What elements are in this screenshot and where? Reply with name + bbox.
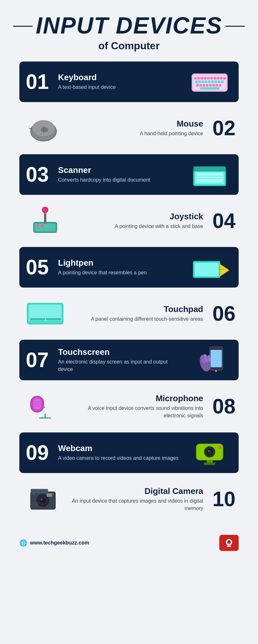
svg-point-46 bbox=[42, 207, 48, 213]
item-number: 01 bbox=[26, 71, 55, 92]
svg-rect-81 bbox=[31, 489, 48, 494]
svg-point-88 bbox=[53, 493, 54, 495]
item-text-block: Scanner Converts hardcopy into digital d… bbox=[55, 165, 187, 184]
item-row-digitalcamera: Digital Camera An input device that capt… bbox=[19, 479, 239, 519]
svg-rect-17 bbox=[211, 80, 214, 83]
svg-rect-21 bbox=[196, 84, 199, 87]
item-name: Touchpad bbox=[71, 304, 203, 314]
svg-rect-8 bbox=[213, 77, 216, 80]
footer-website: 🌐 www.techgeekbuzz.com bbox=[19, 539, 89, 547]
item-text-block: Digital Camera An input device that capt… bbox=[68, 486, 206, 512]
svg-rect-10 bbox=[220, 77, 223, 80]
item-text-block: Microphone A voice input device converts… bbox=[68, 393, 206, 419]
item-text-block: Keyboard A text-based input device bbox=[55, 72, 187, 91]
items-list: 01 Keyboard A text-based input device bbox=[19, 62, 239, 525]
item-icon-microphone bbox=[23, 392, 68, 421]
item-text-block: Lightpen A pointing device that resemble… bbox=[55, 258, 187, 276]
item-number: 03 bbox=[26, 164, 55, 185]
svg-rect-23 bbox=[203, 84, 205, 87]
svg-rect-5 bbox=[204, 77, 206, 80]
globe-icon: 🌐 bbox=[19, 539, 27, 547]
svg-rect-28 bbox=[219, 84, 221, 87]
svg-point-87 bbox=[33, 493, 34, 495]
item-number: 08 bbox=[206, 396, 235, 417]
item-number: 06 bbox=[206, 303, 235, 324]
item-icon-lightpen bbox=[187, 253, 232, 282]
svg-rect-15 bbox=[205, 80, 207, 83]
item-desc: A hand-held pointing device bbox=[71, 130, 203, 137]
item-desc: A text-based input device bbox=[58, 84, 184, 91]
svg-rect-22 bbox=[199, 84, 202, 87]
svg-rect-92 bbox=[227, 545, 231, 547]
item-icon-keyboard bbox=[187, 67, 232, 96]
svg-rect-7 bbox=[210, 77, 213, 80]
svg-rect-24 bbox=[206, 84, 208, 87]
item-icon-touchscreen bbox=[187, 346, 232, 374]
svg-rect-12 bbox=[195, 80, 198, 83]
page-title: INPUT DEVICES bbox=[36, 13, 222, 38]
item-desc: An electronic display screen as input an… bbox=[58, 358, 184, 373]
item-number: 02 bbox=[206, 118, 235, 138]
item-name: Microphone bbox=[71, 393, 203, 403]
item-row-touchpad: Touchpad A panel containing different to… bbox=[19, 293, 239, 334]
svg-rect-14 bbox=[202, 80, 204, 83]
svg-point-77 bbox=[219, 446, 221, 449]
item-text-block: Touchscreen An electronic display screen… bbox=[55, 347, 187, 373]
svg-rect-50 bbox=[195, 263, 219, 276]
svg-point-85 bbox=[41, 498, 43, 500]
item-row-keyboard: 01 Keyboard A text-based input device bbox=[19, 62, 239, 102]
svg-point-59 bbox=[215, 370, 217, 372]
svg-rect-2 bbox=[194, 77, 197, 80]
item-icon-touchpad bbox=[23, 299, 68, 328]
item-number: 07 bbox=[26, 350, 55, 370]
svg-rect-58 bbox=[211, 350, 222, 367]
item-icon-scanner bbox=[187, 160, 232, 189]
svg-rect-27 bbox=[215, 84, 218, 87]
svg-rect-11 bbox=[223, 77, 226, 80]
item-name: Lightpen bbox=[58, 258, 184, 268]
item-icon-joystick bbox=[23, 206, 68, 235]
page-subtitle: of Computer bbox=[19, 40, 239, 52]
item-name: Webcam bbox=[58, 443, 184, 453]
svg-rect-86 bbox=[47, 493, 53, 497]
svg-rect-29 bbox=[200, 87, 219, 90]
svg-point-94 bbox=[228, 540, 230, 542]
svg-rect-18 bbox=[214, 80, 217, 83]
footer-logo bbox=[219, 535, 239, 551]
footer: 🌐 www.techgeekbuzz.com bbox=[19, 528, 239, 554]
svg-rect-89 bbox=[32, 502, 38, 507]
svg-rect-26 bbox=[212, 84, 215, 87]
svg-rect-6 bbox=[207, 77, 210, 80]
item-number: 05 bbox=[26, 257, 55, 278]
item-row-lightpen: 05 Lightpen A pointing device that resem… bbox=[19, 247, 239, 288]
item-text-block: Webcam A video camera to record videos a… bbox=[55, 443, 187, 462]
item-row-mouse: Mouse A hand-held pointing device 02 bbox=[19, 108, 239, 148]
svg-rect-55 bbox=[30, 318, 45, 320]
page: INPUT DEVICES of Computer 01 Keyboard A … bbox=[0, 0, 258, 567]
svg-rect-25 bbox=[209, 84, 212, 87]
item-row-scanner: 03 Scanner Converts hardcopy into digita… bbox=[19, 154, 239, 195]
svg-rect-38 bbox=[194, 166, 226, 171]
item-desc: A video camera to record videos and capt… bbox=[58, 455, 184, 462]
item-icon-mouse bbox=[23, 114, 68, 143]
item-text-block: Mouse A hand-held pointing device bbox=[68, 119, 206, 137]
svg-point-48 bbox=[41, 224, 44, 227]
svg-rect-56 bbox=[46, 318, 61, 320]
item-desc: A voice input device converts sound vibr… bbox=[71, 405, 203, 419]
item-row-touchscreen: 07 Touchscreen An electronic display scr… bbox=[19, 340, 239, 380]
item-icon-webcam bbox=[187, 438, 232, 467]
item-name: Scanner bbox=[58, 165, 184, 175]
item-number: 09 bbox=[26, 442, 55, 463]
item-name: Keyboard bbox=[58, 72, 184, 82]
item-desc: Converts hardcopy into digital document bbox=[58, 176, 184, 184]
item-desc: A panel containing different touch-sensi… bbox=[71, 316, 203, 323]
svg-point-76 bbox=[208, 450, 209, 452]
item-number: 04 bbox=[206, 211, 235, 231]
item-number: 10 bbox=[206, 489, 235, 509]
item-name: Joystick bbox=[71, 212, 203, 222]
svg-rect-20 bbox=[221, 80, 223, 83]
svg-marker-51 bbox=[220, 264, 229, 276]
item-text-block: Joystick A pointing device with a stick … bbox=[68, 212, 206, 230]
svg-rect-3 bbox=[197, 77, 200, 80]
item-desc: A pointing device with a stick and base bbox=[71, 223, 203, 230]
